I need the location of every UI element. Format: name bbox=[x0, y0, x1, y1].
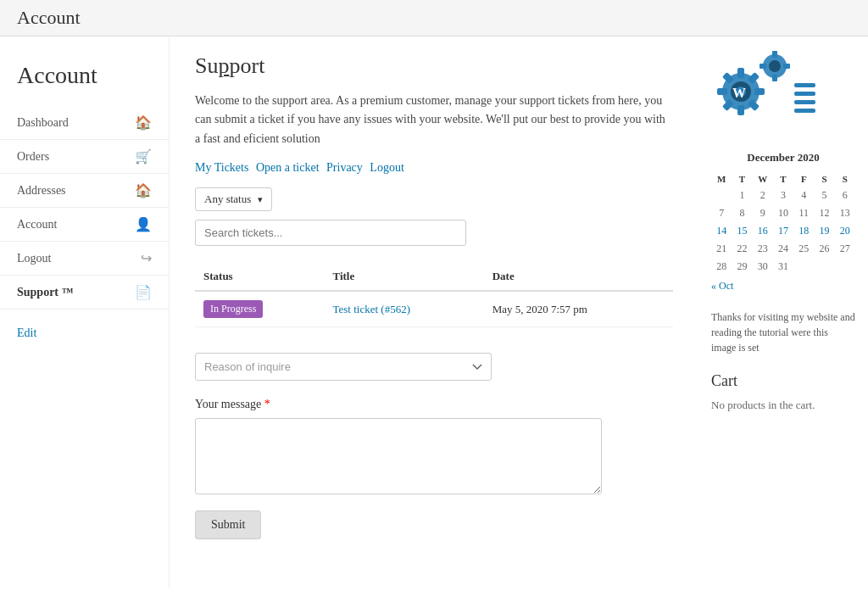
cal-header-w: W bbox=[753, 171, 773, 187]
status-badge: In Progress bbox=[203, 300, 263, 318]
svg-rect-6 bbox=[717, 88, 727, 95]
cal-day-18[interactable]: 18 bbox=[798, 225, 809, 237]
account-icon: 👤 bbox=[135, 216, 152, 232]
cal-header-s2: S bbox=[835, 171, 855, 187]
svg-rect-15 bbox=[772, 75, 777, 81]
right-sidebar: W bbox=[698, 36, 868, 588]
calendar: December 2020 M T W T F S S bbox=[711, 151, 855, 293]
sidebar-item-logout[interactable]: Logout ↪ bbox=[0, 242, 169, 276]
svg-rect-14 bbox=[772, 51, 777, 58]
col-status: Status bbox=[195, 263, 324, 291]
sidebar-item-support-label: Support ™ bbox=[17, 286, 74, 299]
cal-day-15[interactable]: 15 bbox=[737, 225, 747, 237]
tickets-table: Status Title Date In Progress Test ticke… bbox=[195, 263, 673, 327]
search-input[interactable] bbox=[195, 220, 466, 246]
cal-day-19[interactable]: 19 bbox=[820, 225, 830, 237]
cart-empty-message: No products in the cart. bbox=[711, 399, 855, 412]
privacy-link[interactable]: Privacy bbox=[326, 161, 363, 174]
cal-week-5: 28 29 30 31 bbox=[711, 258, 855, 276]
top-account-bar: Account bbox=[0, 0, 868, 36]
reason-select[interactable]: Reason of inquire General Billing Techni… bbox=[195, 353, 492, 381]
svg-rect-18 bbox=[794, 83, 815, 87]
ticket-link[interactable]: Test ticket (#562) bbox=[332, 303, 410, 315]
svg-rect-19 bbox=[794, 92, 815, 96]
table-row: In Progress Test ticket (#562) May 5, 20… bbox=[195, 291, 673, 327]
sidebar-item-dashboard-label: Dashboard bbox=[17, 116, 69, 130]
my-tickets-link[interactable]: My Tickets bbox=[195, 161, 248, 174]
cal-day-14[interactable]: 14 bbox=[716, 225, 726, 237]
svg-text:W: W bbox=[732, 86, 746, 100]
cart-title: Cart bbox=[711, 372, 855, 390]
cal-header-m: M bbox=[711, 171, 732, 187]
calendar-table: M T W T F S S 1 2 3 4 bbox=[711, 171, 855, 276]
ticket-title: Test ticket (#562) bbox=[324, 291, 483, 327]
submit-button[interactable]: Submit bbox=[195, 510, 261, 539]
cal-header-s1: S bbox=[814, 171, 834, 187]
logout-icon: ↪ bbox=[141, 250, 152, 266]
sidebar-item-orders-label: Orders bbox=[17, 150, 49, 164]
cal-header-f: F bbox=[793, 171, 814, 187]
required-star: * bbox=[264, 398, 270, 410]
cal-header-t2: T bbox=[773, 171, 793, 187]
cal-week-1: 1 2 3 4 5 6 bbox=[711, 187, 855, 204]
status-dropdown-label: Any status bbox=[204, 192, 251, 206]
cal-day-20[interactable]: 20 bbox=[840, 225, 850, 237]
message-label: Your message * bbox=[195, 398, 673, 411]
wordpress-gear-icon: W bbox=[711, 49, 821, 134]
sidebar-item-addresses-label: Addresses bbox=[17, 184, 66, 198]
support-intro: Welcome to the support area. As a premiu… bbox=[195, 92, 673, 148]
cal-day-16[interactable]: 16 bbox=[758, 225, 768, 237]
logout-link[interactable]: Logout bbox=[370, 161, 403, 174]
orders-icon: 🛒 bbox=[135, 148, 152, 165]
cal-week-2: 7 8 9 10 11 12 13 bbox=[711, 204, 855, 222]
prev-month-link[interactable]: « Oct bbox=[711, 280, 733, 292]
sidebar: Account Dashboard 🏠 Orders 🛒 Addresses 🏠… bbox=[0, 36, 170, 588]
calendar-title: December 2020 bbox=[711, 151, 855, 165]
ticket-date: May 5, 2020 7:57 pm bbox=[484, 291, 673, 327]
svg-point-13 bbox=[769, 60, 781, 72]
sidebar-item-account[interactable]: Account 👤 bbox=[0, 208, 169, 242]
sidebar-title: Account bbox=[0, 53, 169, 106]
support-links: My Tickets Open a ticket Privacy Logout bbox=[195, 161, 673, 175]
sidebar-edit-link[interactable]: Edit bbox=[0, 310, 169, 357]
sidebar-item-addresses[interactable]: Addresses 🏠 bbox=[0, 174, 169, 208]
wp-logo-area: W bbox=[711, 49, 855, 134]
top-account-title: Account bbox=[17, 7, 81, 28]
svg-rect-20 bbox=[794, 100, 815, 104]
main-content: Support Welcome to the support area. As … bbox=[170, 36, 698, 588]
support-icon: 📄 bbox=[135, 284, 152, 300]
dashboard-icon: 🏠 bbox=[135, 114, 152, 131]
svg-rect-4 bbox=[737, 105, 744, 115]
promo-text: Thanks for visiting my website and readi… bbox=[711, 310, 855, 355]
cal-header-t1: T bbox=[732, 171, 752, 187]
svg-rect-5 bbox=[754, 88, 765, 95]
message-textarea[interactable] bbox=[195, 418, 602, 494]
page-title: Support bbox=[195, 53, 673, 79]
svg-rect-17 bbox=[760, 64, 766, 69]
col-title: Title bbox=[324, 263, 483, 291]
cal-day-17[interactable]: 17 bbox=[778, 225, 788, 237]
col-date: Date bbox=[484, 263, 673, 291]
sidebar-item-orders[interactable]: Orders 🛒 bbox=[0, 140, 169, 174]
status-dropdown[interactable]: Any status ▾ bbox=[195, 187, 272, 211]
sidebar-item-logout-label: Logout bbox=[17, 252, 51, 265]
addresses-icon: 🏠 bbox=[135, 182, 152, 198]
calendar-nav: « Oct bbox=[711, 280, 855, 293]
chevron-down-icon: ▾ bbox=[258, 194, 263, 205]
sidebar-item-dashboard[interactable]: Dashboard 🏠 bbox=[0, 106, 169, 140]
form-section: Reason of inquire General Billing Techni… bbox=[195, 353, 673, 539]
svg-rect-21 bbox=[794, 109, 815, 113]
cart-section: Cart No products in the cart. bbox=[711, 372, 855, 412]
sidebar-item-support[interactable]: Support ™ 📄 bbox=[0, 276, 169, 310]
cal-week-3: 14 15 16 17 18 19 20 bbox=[711, 222, 855, 240]
cal-week-4: 21 22 23 24 25 26 27 bbox=[711, 240, 855, 258]
ticket-status: In Progress bbox=[195, 291, 324, 327]
open-ticket-link[interactable]: Open a ticket bbox=[256, 161, 320, 174]
svg-rect-3 bbox=[737, 68, 744, 78]
svg-rect-16 bbox=[783, 64, 790, 69]
sidebar-item-account-label: Account bbox=[17, 218, 57, 231]
